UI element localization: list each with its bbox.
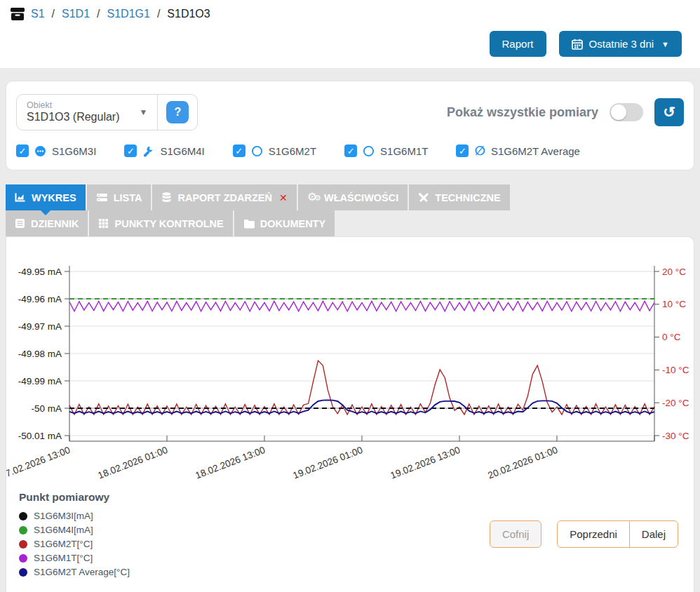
tab-w-a-ciwo-ci[interactable]: ⚙⚙WŁAŚCIWOŚCI [298, 184, 408, 210]
measure-checkbox[interactable]: ✓ [124, 144, 137, 157]
measure-item: ✓S1G6M4I [124, 144, 204, 157]
measure-label: S1G6M2T [269, 145, 316, 157]
calendar-icon [572, 39, 583, 50]
tab-raport-zdarze-[interactable]: RAPORT ZDARZEŃ✕ [152, 184, 296, 210]
left-axis-tick-label: -49.99 mA [18, 376, 62, 386]
tab-dokumenty[interactable]: DOKUMENTY [234, 210, 335, 236]
legend-item: S1G6M2T[°C] [19, 539, 130, 549]
object-select-value: S1D1O3 (Regular) [27, 111, 120, 123]
legend-label: S1G6M2T Average[°C] [34, 567, 130, 577]
legend-title: Punkt pomiarowy [19, 491, 130, 504]
x-axis-tick-label: 20.02.2026 01:00 [487, 445, 560, 481]
tab-label: WŁAŚCIWOŚCI [324, 192, 398, 203]
grid-icon [98, 218, 109, 229]
breadcrumb-link-s1[interactable]: S1 [31, 8, 45, 20]
tab-lista[interactable]: LISTA [87, 184, 152, 210]
chart[interactable]: -49.95 mA-49.96 mA-49.97 mA-49.98 mA-49.… [12, 240, 689, 484]
tab-punkty-kontrolne[interactable]: PUNKTY KONTROLNE [89, 210, 232, 236]
tab-label: RAPORT ZDARZEŃ [177, 192, 272, 203]
show-all-measurements-toggle[interactable] [610, 103, 643, 121]
measure-checkbox[interactable]: ✓ [16, 144, 29, 157]
list-icon [96, 192, 108, 203]
tools-icon [418, 192, 429, 203]
object-select-label: Obiekt [27, 100, 120, 110]
show-all-measurements-label: Pokaż wszystkie pomiary [447, 105, 598, 120]
average-icon: ∅ [474, 145, 485, 157]
measure-item: ✓S1G6M3I [16, 144, 96, 157]
history-button[interactable]: ↺ [654, 98, 684, 126]
history-icon: ↺ [663, 104, 675, 121]
right-axis-tick-label: -30 °C [662, 431, 689, 441]
legend-label: S1G6M3I[mA] [34, 511, 93, 521]
right-axis-tick-label: 0 °C [662, 332, 681, 342]
report-button[interactable]: Raport [490, 31, 546, 57]
legend-color-dot [19, 526, 27, 534]
tab-label: TECHNICZNE [435, 192, 500, 203]
legend-color-dot [19, 554, 27, 563]
previous-button[interactable]: Poprzedni [557, 520, 630, 548]
measure-checkbox[interactable]: ✓ [344, 144, 357, 157]
right-axis-tick-label: -10 °C [662, 365, 689, 375]
series-S1G6M1T[°C] [69, 301, 654, 311]
left-axis-tick-label: -49.98 mA [18, 349, 62, 359]
legend-label: S1G6M4I[mA] [34, 525, 93, 535]
measure-item: ✓S1G6M2T [233, 144, 316, 157]
left-axis-tick-label: -49.97 mA [18, 321, 62, 332]
breadcrumb-link-s1d1[interactable]: S1D1 [62, 8, 90, 20]
legend-label: S1G6M1T[°C] [34, 553, 93, 563]
legend-item: S1G6M3I[mA] [19, 511, 130, 521]
tab-label: DOKUMENTY [260, 218, 325, 229]
gears-icon: ⚙⚙ [307, 192, 318, 203]
x-axis-tick-label: 17.02.2026 13:00 [6, 445, 72, 481]
breadcrumb-separator: / [52, 8, 55, 20]
help-button[interactable]: ? [166, 101, 189, 123]
undo-button[interactable]: Cofnij [490, 520, 541, 548]
journal-icon [15, 218, 25, 229]
database-icon [161, 192, 172, 203]
measure-label: S1G6M3I [52, 145, 96, 157]
series-S1G6M2T[°C] [69, 361, 654, 415]
breadcrumb-current: S1D1O3 [167, 8, 210, 20]
measure-label: S1G6M2T Average [491, 145, 580, 157]
breadcrumb: S1 / S1D1 / S1D1G1 / S1D1O3 [10, 7, 690, 21]
right-axis-tick-label: 10 °C [662, 299, 686, 309]
legend: Punkt pomiarowy S1G6M3I[mA]S1G6M4I[mA]S1… [19, 487, 130, 581]
x-axis-tick-label: 19.02.2026 01:00 [292, 445, 365, 481]
breadcrumb-separator: / [97, 8, 100, 20]
x-axis-tick-label: 18.02.2026 13:00 [194, 445, 267, 481]
filters-card: Obiekt S1D1O3 (Regular) ▼ ? Pokaż wszyst… [6, 81, 694, 170]
comment-icon [34, 145, 46, 157]
tab-wykres[interactable]: WYKRES [6, 184, 86, 210]
top-bar: S1 / S1D1 / S1D1G1 / S1D1O3 Raport [0, 0, 700, 68]
top-actions: Raport Ostatnie 3 dni ▼ [10, 21, 690, 68]
chart-card: -49.95 mA-49.96 mA-49.97 mA-49.98 mA-49.… [6, 236, 694, 592]
legend-color-dot [19, 540, 27, 549]
measure-checkbox[interactable]: ✓ [233, 144, 245, 157]
tab-techniczne[interactable]: TECHNICZNE [409, 184, 509, 210]
close-tab-icon[interactable]: ✕ [279, 192, 288, 203]
left-axis-tick-label: -50 mA [31, 403, 62, 414]
breadcrumb-separator: / [157, 8, 160, 20]
measure-item: ✓S1G6M1T [344, 144, 428, 157]
tab-label: WYKRES [32, 192, 76, 203]
date-range-button[interactable]: Ostatnie 3 dni ▼ [559, 31, 682, 57]
dropdown-caret-icon: ▼ [140, 107, 148, 117]
circle-outline-icon [363, 145, 375, 157]
left-axis-tick-label: -50.01 mA [18, 431, 62, 441]
tab-label: DZIENNIK [31, 218, 79, 229]
next-button[interactable]: Dalej [629, 520, 678, 548]
x-axis-tick-label: 18.02.2026 01:00 [97, 445, 170, 481]
right-axis-tick-label: 20 °C [662, 267, 686, 277]
legend-color-dot [19, 512, 27, 520]
circle-outline-icon [251, 145, 263, 157]
left-axis-tick-label: -49.96 mA [18, 294, 62, 304]
legend-item: S1G6M4I[mA] [19, 525, 130, 535]
x-axis-tick-label: 19.02.2026 13:00 [389, 445, 462, 481]
measure-checkbox[interactable]: ✓ [456, 144, 469, 157]
tab-label: PUNKTY KONTROLNE [114, 218, 223, 229]
chart-nav-buttons: Cofnij Poprzedni Dalej [490, 520, 678, 548]
tab-bar: WYKRESLISTARAPORT ZDARZEŃ✕⚙⚙WŁAŚCIWOŚCIT… [6, 184, 575, 236]
breadcrumb-link-s1d1g1[interactable]: S1D1G1 [107, 8, 150, 20]
archive-icon [10, 7, 25, 21]
object-select[interactable]: Obiekt S1D1O3 (Regular) ▼ [17, 95, 157, 130]
